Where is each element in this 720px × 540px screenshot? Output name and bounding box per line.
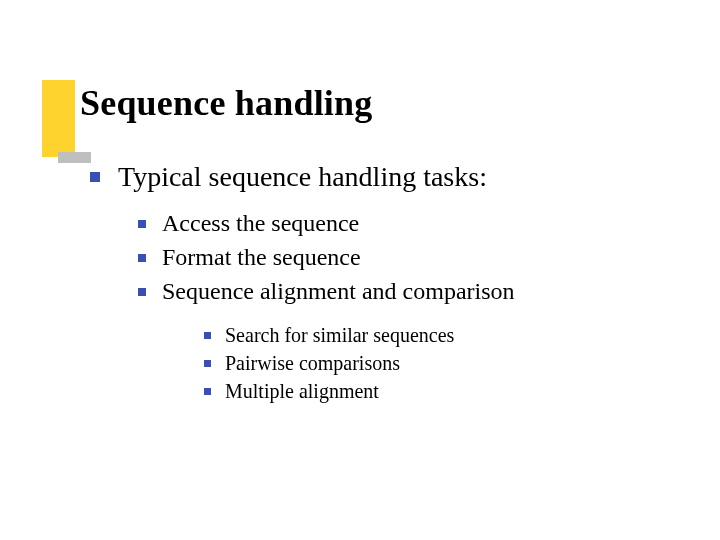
list-item-label: Format the sequence	[162, 242, 361, 272]
list-item: Format the sequence	[138, 242, 660, 272]
list-item-label: Pairwise comparisons	[225, 350, 400, 376]
list-item-label: Multiple alignment	[225, 378, 379, 404]
decor-gray-block	[58, 152, 91, 163]
list-item-label: Sequence alignment and comparison	[162, 276, 515, 306]
list-item-label: Access the sequence	[162, 208, 359, 238]
list-item: Search for similar sequences	[204, 322, 660, 348]
list-item: Multiple alignment	[204, 378, 660, 404]
slide: Sequence handling Typical sequence handl…	[0, 0, 720, 540]
square-bullet-icon	[204, 360, 211, 367]
list-item: Typical sequence handling tasks:	[90, 160, 660, 194]
square-bullet-icon	[204, 388, 211, 395]
decor-yellow-block	[42, 80, 75, 157]
square-bullet-icon	[138, 254, 146, 262]
slide-body: Typical sequence handling tasks: Access …	[90, 160, 660, 404]
list-item: Access the sequence	[138, 208, 660, 238]
list-item: Sequence alignment and comparison	[138, 276, 660, 306]
list-item: Pairwise comparisons	[204, 350, 660, 376]
list-item-label: Typical sequence handling tasks:	[118, 160, 487, 194]
square-bullet-icon	[138, 288, 146, 296]
square-bullet-icon	[90, 172, 100, 182]
square-bullet-icon	[204, 332, 211, 339]
list-item-label: Search for similar sequences	[225, 322, 454, 348]
square-bullet-icon	[138, 220, 146, 228]
slide-title: Sequence handling	[80, 82, 373, 124]
